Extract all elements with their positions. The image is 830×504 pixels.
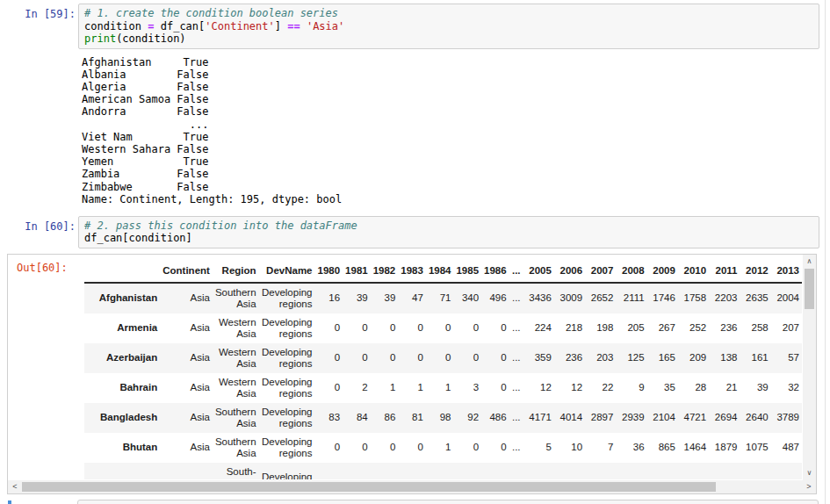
scroll-right-icon[interactable]: > xyxy=(803,480,815,493)
df-cell: 138 xyxy=(709,343,740,373)
df-cell: 0 xyxy=(371,343,399,373)
df-cell: 218 xyxy=(554,313,585,343)
df-cell: 10 xyxy=(554,433,585,463)
horizontal-scrollbar[interactable]: < > xyxy=(8,480,816,493)
df-cell: 224 xyxy=(523,313,554,343)
df-cell: 0 xyxy=(481,373,509,403)
df-cell: ... xyxy=(509,433,523,463)
df-row: BangladeshAsiaSouthern AsiaDeveloping re… xyxy=(84,403,802,433)
code-token: df_can[ xyxy=(154,20,205,32)
scroll-left-icon[interactable]: < xyxy=(9,480,21,493)
code-token: print xyxy=(84,32,116,45)
df-row: BruneiAsiaSouth-Eastern AsiaDeveloping r… xyxy=(84,463,802,479)
df-cell: 9 xyxy=(616,373,646,403)
code-text-59[interactable]: # 1. create the condition boolean series… xyxy=(84,7,813,46)
code-cell-60: In [60]: # 2. pass this condition into t… xyxy=(0,216,819,248)
input-prompt-59: In [59]: xyxy=(0,4,76,20)
df-cell: 39 xyxy=(740,373,770,403)
code-token: # 2. pass this condition into the dataFr… xyxy=(84,220,357,232)
df-cell: 340 xyxy=(453,283,481,313)
df-cell: 12 xyxy=(481,463,509,479)
df-cell: Asia xyxy=(160,313,213,343)
scroll-down-icon[interactable]: ∨ xyxy=(803,467,816,479)
df-cell: 865 xyxy=(647,433,678,463)
vertical-scrollbar[interactable]: ∧ ∨ xyxy=(803,255,816,480)
df-cell: 7 xyxy=(585,433,616,463)
df-header-row: ContinentRegionDevName198019811982198319… xyxy=(84,258,802,283)
code-editor-60[interactable]: # 2. pass this condition into the dataFr… xyxy=(78,216,819,248)
output-scroll-area-60[interactable]: Out[60]: ContinentRegionDevName198019811… xyxy=(7,254,817,494)
df-cell: 5 xyxy=(523,433,554,463)
df-column-header: 2009 xyxy=(647,258,678,283)
df-row-index: Azerbaijan xyxy=(84,343,160,373)
df-cell: 12 xyxy=(554,373,585,403)
code-token xyxy=(300,20,307,32)
df-cell: 39 xyxy=(371,283,399,313)
df-cell: 2 xyxy=(398,463,426,479)
df-column-header xyxy=(84,258,160,283)
df-cell: Southern Asia xyxy=(213,283,259,313)
vertical-scrollbar-thumb[interactable] xyxy=(805,269,814,309)
df-cell: Western Asia xyxy=(213,373,259,403)
selected-cell-indicator xyxy=(8,500,11,504)
df-cell: ... xyxy=(509,463,523,479)
df-cell: 0 xyxy=(343,433,371,463)
df-cell: Western Asia xyxy=(213,343,259,373)
df-cell: 10 xyxy=(616,463,646,479)
df-row: AzerbaijanAsiaWestern AsiaDeveloping reg… xyxy=(84,343,802,373)
df-cell: 3 xyxy=(740,463,770,479)
df-column-header: 2010 xyxy=(678,258,709,283)
df-cell: Asia xyxy=(160,463,213,479)
df-cell: 2652 xyxy=(585,283,616,313)
df-cell: 1464 xyxy=(678,433,709,463)
df-row: BahrainAsiaWestern AsiaDeveloping region… xyxy=(84,373,802,403)
df-row-index: Bahrain xyxy=(84,373,160,403)
df-column-header: 2012 xyxy=(740,258,770,283)
code-token: ] xyxy=(275,20,287,32)
code-text-60[interactable]: # 2. pass this condition into the dataFr… xyxy=(84,220,813,245)
code-token: 'Asia' xyxy=(307,20,344,32)
df-cell: Developing regions xyxy=(259,343,315,373)
df-cell: Developing regions xyxy=(259,313,315,343)
df-cell: 0 xyxy=(315,373,343,403)
df-cell: 4 xyxy=(523,463,554,479)
df-cell: 209 xyxy=(678,343,709,373)
scroll-up-icon[interactable]: ∧ xyxy=(803,256,816,268)
df-cell: 0 xyxy=(481,313,509,343)
df-column-header: 2006 xyxy=(554,258,585,283)
df-cell: 486 xyxy=(481,403,509,433)
df-cell: 1 xyxy=(371,373,399,403)
df-cell: 0 xyxy=(398,343,426,373)
df-cell: 252 xyxy=(678,313,709,343)
df-cell: 2 xyxy=(426,463,454,479)
df-cell: 12 xyxy=(523,373,554,403)
df-cell: 0 xyxy=(343,313,371,343)
code-token: condition xyxy=(84,20,148,32)
df-row-index: Bhutan xyxy=(84,433,160,463)
df-cell: 198 xyxy=(585,313,616,343)
df-cell: 1075 xyxy=(740,433,770,463)
df-cell: 0 xyxy=(315,313,343,343)
df-cell: 3 xyxy=(453,373,481,403)
df-column-header: 1986 xyxy=(481,258,509,283)
code-token: 'Continent' xyxy=(205,20,274,32)
df-column-header: 1981 xyxy=(343,258,371,283)
output-prompt-60: Out[60]: xyxy=(17,262,68,274)
df-cell: 1 xyxy=(398,373,426,403)
df-cell: South-Eastern Asia xyxy=(213,463,259,479)
df-cell: 203 xyxy=(585,343,616,373)
code-cell-59: In [59]: # 1. create the condition boole… xyxy=(0,4,819,49)
next-code-editor[interactable] xyxy=(77,500,819,504)
df-cell: 496 xyxy=(481,283,509,313)
df-cell: 2694 xyxy=(709,403,740,433)
df-cell: Asia xyxy=(160,403,213,433)
code-editor-59[interactable]: # 1. create the condition boolean series… xyxy=(78,4,819,49)
horizontal-scrollbar-thumb[interactable] xyxy=(22,482,716,492)
df-cell: 1746 xyxy=(647,283,678,313)
code-token: # 1. create the condition boolean series xyxy=(84,7,338,19)
df-cell: 1 xyxy=(426,373,454,403)
df-cell: Developing regions xyxy=(259,403,315,433)
next-cell-partial xyxy=(0,500,830,504)
df-cell: Developing regions xyxy=(259,433,315,463)
df-column-header: 1985 xyxy=(453,258,481,283)
